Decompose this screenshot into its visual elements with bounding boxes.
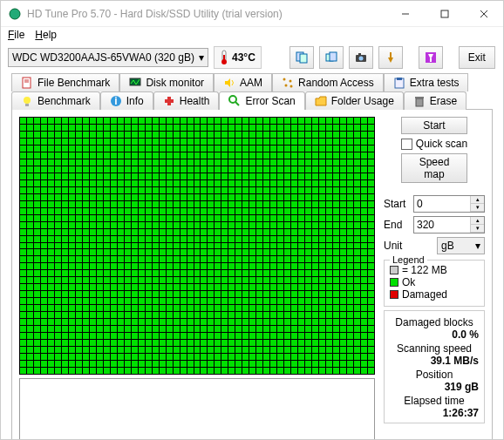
bulb-icon xyxy=(21,95,33,107)
legend-box: Legend = 122 MB Ok Damaged xyxy=(384,260,485,307)
magnifier-icon xyxy=(228,95,241,107)
chevron-down-icon: ▾ xyxy=(199,51,204,64)
speaker-icon xyxy=(223,77,235,89)
tab-folder-usage[interactable]: Folder Usage xyxy=(305,91,404,110)
svg-rect-2 xyxy=(441,10,448,17)
svg-rect-21 xyxy=(130,78,140,85)
screenshot-button[interactable] xyxy=(349,46,373,69)
unit-label: Unit xyxy=(384,240,410,252)
app-icon xyxy=(8,7,22,21)
tab-info[interactable]: iInfo xyxy=(100,91,153,110)
tab-extra-tests[interactable]: Extra tests xyxy=(384,73,469,91)
tab-health[interactable]: Health xyxy=(153,91,220,110)
svg-point-23 xyxy=(289,80,292,83)
speed-value: 39.1 MB/s xyxy=(390,355,479,367)
chevron-down-icon: ▾ xyxy=(475,240,480,252)
svg-point-34 xyxy=(229,96,236,103)
menu-help[interactable]: Help xyxy=(35,29,57,41)
start-field[interactable]: ▴▾ xyxy=(413,195,485,213)
svg-point-22 xyxy=(283,78,286,81)
tab-error-scan[interactable]: Error Scan xyxy=(219,91,304,110)
quick-scan-checkbox[interactable]: Quick scan xyxy=(384,138,485,150)
svg-rect-18 xyxy=(23,78,31,88)
scan-grid xyxy=(19,117,375,375)
spin-up[interactable]: ▴ xyxy=(471,217,484,225)
options-button[interactable] xyxy=(378,46,403,69)
maximize-button[interactable] xyxy=(425,1,464,27)
tab-disk-monitor[interactable]: Disk monitor xyxy=(119,73,214,91)
start-label: Start xyxy=(384,198,410,210)
tab-erase[interactable]: Erase xyxy=(404,91,467,110)
svg-rect-27 xyxy=(397,78,402,80)
end-input[interactable] xyxy=(414,217,470,233)
svg-rect-7 xyxy=(223,55,225,62)
svg-point-0 xyxy=(10,9,20,19)
menu-file[interactable]: File xyxy=(8,29,24,41)
temperature-value: 43°C xyxy=(232,51,255,64)
side-panel: Start Quick scan Speed map Start ▴▾ End … xyxy=(380,117,485,440)
svg-rect-36 xyxy=(416,98,423,106)
info-icon: i xyxy=(110,95,122,107)
drive-select-value: WDC WD3200AAJS-65VWA0 (320 gB) xyxy=(12,51,194,64)
stats-box: Damaged blocks 0.0 % Scanning speed 39.1… xyxy=(384,310,485,423)
checkbox-icon xyxy=(401,139,412,150)
log-box xyxy=(19,378,375,440)
svg-rect-37 xyxy=(415,97,424,98)
end-label: End xyxy=(384,219,410,231)
tab-content: Start Quick scan Speed map Start ▴▾ End … xyxy=(11,109,493,440)
unit-select[interactable]: gB▾ xyxy=(437,237,485,254)
titlebar: HD Tune Pro 5.70 - Hard Disk/SSD Utility… xyxy=(1,1,503,27)
speed-map-button[interactable]: Speed map xyxy=(401,153,467,183)
svg-point-28 xyxy=(24,97,31,104)
tab-file-benchmark[interactable]: File Benchmark xyxy=(11,73,119,91)
svg-point-13 xyxy=(358,57,363,61)
copy-screenshot-button[interactable] xyxy=(319,46,344,69)
svg-text:i: i xyxy=(114,95,117,107)
svg-rect-33 xyxy=(165,99,174,103)
svg-line-35 xyxy=(235,102,239,105)
svg-rect-14 xyxy=(358,53,361,56)
random-icon xyxy=(282,77,294,89)
minimize-button[interactable] xyxy=(385,1,425,27)
legend-square-ok xyxy=(390,278,398,287)
monitor-icon xyxy=(129,77,141,89)
scan-area xyxy=(19,117,375,440)
spin-down[interactable]: ▾ xyxy=(471,204,484,212)
legend-square-damaged xyxy=(390,290,398,299)
position-value: 319 gB xyxy=(390,381,479,393)
tab-container: File Benchmark Disk monitor AAM Random A… xyxy=(1,72,503,109)
elapsed-value: 1:26:37 xyxy=(390,407,479,419)
spin-down[interactable]: ▾ xyxy=(471,225,484,233)
health-icon xyxy=(163,95,175,107)
tab-aam[interactable]: AAM xyxy=(214,73,272,91)
svg-rect-9 xyxy=(300,54,307,63)
spin-up[interactable]: ▴ xyxy=(471,196,484,204)
start-input[interactable] xyxy=(414,196,470,212)
copy-info-button[interactable] xyxy=(289,46,314,69)
tab-random-access[interactable]: Random Access xyxy=(272,73,384,91)
svg-point-25 xyxy=(290,85,293,88)
tab-benchmark[interactable]: Benchmark xyxy=(11,91,100,110)
drive-select[interactable]: WDC WD3200AAJS-65VWA0 (320 gB) ▾ xyxy=(8,48,208,67)
window-title: HD Tune Pro 5.70 - Hard Disk/SSD Utility… xyxy=(27,8,385,20)
damaged-value: 0.0 % xyxy=(390,328,479,341)
temperature-display: 43°C xyxy=(214,46,262,69)
clipboard-icon xyxy=(393,77,405,89)
file-icon xyxy=(21,77,33,89)
toolbar: WDC WD3200AAJS-65VWA0 (320 gB) ▾ 43°C Ex… xyxy=(1,43,503,72)
folder-icon xyxy=(315,95,327,107)
trash-icon xyxy=(413,95,426,107)
close-button[interactable] xyxy=(464,1,503,27)
svg-rect-17 xyxy=(430,58,432,62)
svg-rect-11 xyxy=(330,52,337,61)
save-button[interactable] xyxy=(419,46,443,69)
end-field[interactable]: ▴▾ xyxy=(413,216,485,234)
legend-square-size xyxy=(390,266,398,274)
svg-rect-29 xyxy=(25,104,29,106)
menubar: File Help xyxy=(1,27,503,43)
thermometer-icon xyxy=(220,50,228,65)
svg-rect-15 xyxy=(390,52,392,58)
exit-button[interactable]: Exit xyxy=(459,46,495,69)
svg-point-24 xyxy=(285,85,288,87)
start-button[interactable]: Start xyxy=(401,117,467,134)
